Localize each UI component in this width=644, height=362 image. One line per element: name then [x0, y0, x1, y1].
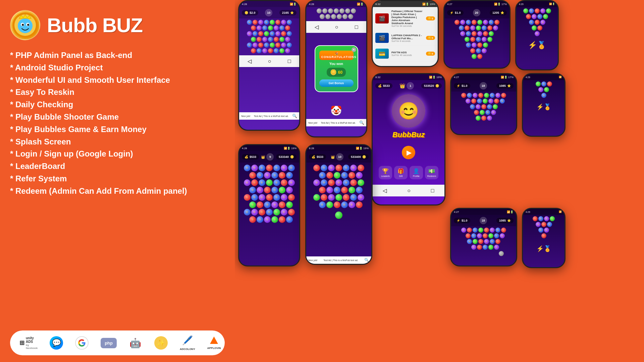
coin-display-11: ⚡$1.0: [454, 218, 470, 223]
play-button[interactable]: ▶: [402, 146, 415, 159]
gift-icon[interactable]: 🎁 Gift: [394, 166, 408, 179]
get-bonus-button[interactable]: Get Bonus: [319, 79, 354, 87]
game-hud-11: ⚡$1.0 18 1085⭐: [451, 215, 516, 226]
android-studio-logo: 🤖: [129, 336, 142, 350]
svg-point-6: [27, 24, 29, 26]
bubble-grid-7: ⚡⚡⚡⚡⚡⚡⚡⚡ ⚡⚡⚡⚡⚡⚡⚡ ⚡⚡⚡⚡⚡ ⚡⚡⚡⚡ ⚡⚡⚡: [451, 92, 516, 123]
ad-bar-1: Nice job!Test Ad | This is a MoPub text …: [239, 112, 299, 120]
status-bar-10: 8:28📶🔋 19%: [306, 145, 371, 151]
phone-screenshot-8: 4:29📶 ⚡⚡⚡ ⚡⚡ ⚡ ⚡🏅: [522, 73, 566, 137]
profile-icon[interactable]: 👤 Profile: [410, 166, 423, 179]
adcolony-label: ADCOLONY: [180, 348, 195, 351]
coin-display-9: 💰$533: [242, 154, 259, 160]
bubble-grid-4: ⚡⚡⚡⚡⚡⚡⚡⚡ ⚡⚡⚡⚡⚡⚡⚡ ⚡⚡⚡⚡⚡⚡ ⚡⚡⚡⚡⚡ ⚡⚡⚡⚡ ⚡⚡⚡ ⚡…: [444, 18, 509, 61]
feature-4: * Easy To Reskin: [10, 86, 225, 98]
feature-7: * Play Bubbles Game & Earn Money: [10, 124, 225, 135]
left-panel: Bubb BUZ * PHP Admin Panel as Back-end *…: [0, 0, 235, 362]
feature-8: * Splash Screen: [10, 136, 225, 148]
status-bar-6: 8:32📶🔋 19%: [373, 74, 444, 80]
app-logo: [10, 10, 40, 40]
coin-display-4: ⚡$1.0: [447, 10, 464, 15]
score-display-10: 533400🪙: [348, 154, 369, 160]
level-display-4: 20: [473, 9, 480, 16]
score-display-4: 1205⭐: [490, 10, 507, 15]
tech-logos-bar: ⊞ unity ADS by facebook 💬: [10, 330, 225, 355]
congrats-text: You won: [319, 62, 354, 66]
status-bar-4: 4:27📶🔋 17%: [444, 1, 509, 7]
php-logo: php: [101, 338, 117, 348]
phone-screenshot-main: 8:32📶🔋 19% 💰$533 👑 1 533520🪙: [372, 73, 445, 205]
status-bar-1: 4:28📶🔋: [239, 1, 299, 7]
screenshots-panel: 4:28📶🔋 🪙$2.0 10 2165⭐ ⚡⚡⚡⚡⚡⚡⚡⚡: [235, 0, 644, 362]
unity-ads-logo: ⊞ unity ADS by facebook: [19, 336, 38, 350]
coin-reward-1: 🪙 5: [426, 16, 435, 20]
bubble-grid-11: ⚡⚡⚡⚡⚡⚡⚡⚡ ⚡⚡⚡⚡⚡⚡⚡ ⚡⚡⚡⚡⚡⚡ ⚡⚡⚡⚡⚡: [451, 226, 516, 259]
nav-bar-1: ◁○□: [239, 55, 299, 67]
phone-screenshot-11: 4:27📶🔋 ⚡$1.0 18 1085⭐ ⚡⚡⚡⚡⚡⚡⚡⚡ ⚡⚡⚡⚡⚡⚡⚡ ⚡…: [450, 208, 517, 266]
congrats-title: 🎉 CONGRATULATIONS: [319, 51, 354, 60]
coin-display-10: 💰$533: [309, 154, 326, 160]
game-hud-10: 💰$533 👑 10 533400🪙: [306, 151, 371, 163]
bubble-bg-2: [306, 7, 366, 21]
applovin-label: APPLOVIN: [207, 347, 221, 350]
game-hud-4: ⚡$1.0 20 1205⭐: [444, 7, 509, 18]
score-display-11: 1085⭐: [496, 218, 514, 223]
sparkle-logo: ✨: [154, 336, 168, 350]
level-display-10: 10: [336, 153, 343, 161]
feature-1: * PHP Admin Panel as Back-end: [10, 50, 225, 61]
bubble-grid-1: ⚡⚡⚡⚡⚡⚡⚡⚡ ⚡⚡⚡⚡⚡⚡⚡ ⚡⚡⚡⚡⚡⚡⚡⚡ ⚡⚡⚡⚡⚡⚡⚡ ⚡⚡⚡⚡⚡⚡…: [239, 18, 299, 55]
nav-bar-2: ◁○□: [306, 21, 366, 33]
ad-info-2: LAPPAN CHHAPPAN 2 - Official Full Mo... …: [391, 34, 423, 42]
ad-item-2[interactable]: 🎬 LAPPAN CHHAPPAN 2 - Official Full Mo..…: [373, 30, 438, 46]
main-hud: 💰$533 👑 1 533520🪙: [373, 80, 444, 92]
close-button[interactable]: ✕: [352, 47, 356, 52]
coin-display-7: ⚡$1.0: [454, 83, 470, 88]
single-bubble: [308, 212, 370, 219]
coin-reward: 🪙 60: [327, 68, 346, 77]
score-display-7: 1085⭐: [496, 83, 514, 88]
ad-thumbnail-2: 🎬: [375, 33, 389, 43]
status-bar-9: 4:28📶🔋 19%: [239, 145, 299, 151]
ad-item-1[interactable]: 🎬 Pathaan | Official Teaser | Shah Rukh …: [373, 7, 438, 30]
ad-item-3[interactable]: 💳 PAYTM ADS Surf for 40 seconds 🪙 5: [373, 46, 438, 62]
ad-thumbnail-1: 🎬: [375, 13, 389, 23]
ad-bar-10: Nice job!Test Ad | This is a MoPub text …: [306, 256, 371, 264]
main-character-area: 😊: [373, 94, 444, 128]
status-bar-12: 4:29📶: [523, 209, 565, 215]
bubble-grid-5: ⚡⚡⚡⚡⚡ ⚡⚡⚡⚡ ⚡⚡⚡ ⚡⚡ ⚡: [516, 7, 558, 38]
character-12: ⚡🏅: [523, 245, 565, 252]
main-level: 1: [407, 82, 414, 89]
status-bar-7: 4:27📶🔋 17%: [451, 74, 516, 80]
adcolony-logo: 🖊️ ADCOLONY: [180, 335, 195, 351]
play-button-area[interactable]: ▶: [373, 143, 444, 162]
feature-2: * Android Studio Project: [10, 62, 225, 74]
redeem-icon[interactable]: 💵 Redeem: [425, 166, 438, 179]
nav-bar-6: ◁○□: [373, 185, 444, 196]
feature-10: * LeaderBoard: [10, 161, 225, 172]
bubble-grid-12: ⚡⚡⚡⚡ ⚡⚡⚡ ⚡⚡ ⚡: [523, 215, 565, 240]
character-8: ⚡🏅: [523, 103, 565, 111]
main-game-logo: BubbBuz: [373, 130, 444, 139]
applovin-triangle-icon: [210, 337, 218, 344]
google-logo: [75, 336, 89, 350]
leaderboard-icon[interactable]: 🏆 Leaderb: [379, 166, 392, 179]
main-score: 533520🪙: [421, 83, 442, 88]
coin-display-1: 🪙$2.0: [242, 10, 258, 15]
phone-screenshot-9: 4:28📶🔋 19% 💰$533 👑 9 533340🪙 ⚡⚡⚡⚡⚡: [238, 144, 300, 266]
phone-screenshot-3: 8:32📶🔋 19% 🎬 Pathaan | Official Teaser |…: [372, 0, 439, 67]
congrats-popup: ✕ 🎉 CONGRATULATIONS You won 🪙 60 Get Bon…: [315, 45, 358, 92]
svg-point-2: [18, 18, 33, 33]
ad-thumbnail-3: 💳: [375, 49, 389, 59]
app-header: Bubb BUZ: [10, 10, 225, 40]
game-hud-1: 🪙$2.0 10 2165⭐: [239, 7, 299, 18]
level-display-1: 10: [265, 9, 272, 16]
status-bar-3: 8:32📶🔋 19%: [373, 1, 438, 7]
feature-6: * Play Bubble Shooter Game: [10, 111, 225, 123]
level-display-11: 18: [480, 217, 487, 224]
applovin-logo: APPLOVIN: [207, 337, 221, 350]
level-display-7: 18: [480, 82, 487, 89]
game-hud-7: ⚡$1.0 18 1085⭐: [451, 80, 516, 92]
single-gray-bubble: [499, 251, 516, 257]
main-crown-area: 👑 1: [399, 82, 414, 89]
main-coins: 💰$533: [375, 83, 392, 88]
